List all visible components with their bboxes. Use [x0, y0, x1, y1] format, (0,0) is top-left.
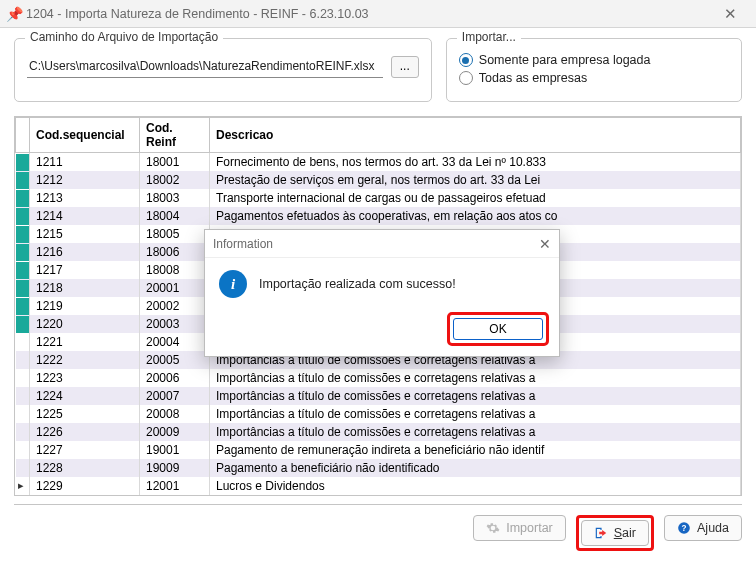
- cell-desc: Prestação de serviços em geral, nos term…: [210, 171, 741, 189]
- help-icon: ?: [677, 521, 691, 535]
- sair-button[interactable]: Sair: [581, 520, 649, 546]
- row-gutter: [16, 243, 30, 261]
- cell-seq: 1224: [30, 387, 140, 405]
- row-gutter: [16, 315, 30, 333]
- row-gutter: [16, 459, 30, 477]
- cell-reinf: 20005: [140, 351, 210, 369]
- table-header-row: Cod.sequencial Cod. Reinf Descricao: [16, 118, 741, 153]
- cell-seq: 1216: [30, 243, 140, 261]
- svg-text:?: ?: [682, 524, 687, 533]
- row-gutter: [16, 387, 30, 405]
- fieldset-import-scope: Importar... Somente para empresa logada …: [446, 38, 742, 102]
- table-row[interactable]: 122520008Importâncias a título de comiss…: [16, 405, 741, 423]
- cell-reinf: 12001: [140, 477, 210, 495]
- row-gutter: [16, 351, 30, 369]
- cell-desc: Importâncias a título de comissões e cor…: [210, 405, 741, 423]
- table-row[interactable]: 121118001Fornecimento de bens, nos termo…: [16, 153, 741, 172]
- table-row[interactable]: 122420007Importâncias a título de comiss…: [16, 387, 741, 405]
- row-gutter: [16, 297, 30, 315]
- cell-desc: Pagamento de remuneração indireta a bene…: [210, 441, 741, 459]
- top-options-row: Caminho do Arquivo de Importação ... Imp…: [14, 38, 742, 102]
- pin-icon: 📌: [6, 6, 22, 22]
- cell-seq: 1221: [30, 333, 140, 351]
- table-header-reinf[interactable]: Cod. Reinf: [140, 118, 210, 153]
- dialog-close-button[interactable]: ✕: [539, 236, 551, 252]
- table-row[interactable]: 122620009Importâncias a título de comiss…: [16, 423, 741, 441]
- row-gutter: [16, 153, 30, 172]
- button-label: Sair: [614, 526, 636, 540]
- row-gutter: [16, 441, 30, 459]
- cell-seq: 1211: [30, 153, 140, 172]
- row-gutter: [16, 333, 30, 351]
- cell-seq: 1213: [30, 189, 140, 207]
- gear-icon: [486, 521, 500, 535]
- window-titlebar: 📌 1204 - Importa Natureza de Rendimento …: [0, 0, 756, 28]
- cell-desc: Importâncias a título de comissões e cor…: [210, 387, 741, 405]
- import-path-input[interactable]: [27, 55, 383, 78]
- cell-seq: 1215: [30, 225, 140, 243]
- cell-desc: Importâncias a título de comissões e cor…: [210, 369, 741, 387]
- cell-reinf: 18002: [140, 171, 210, 189]
- table-header-desc[interactable]: Descricao: [210, 118, 741, 153]
- cell-desc: Fornecimento de bens, nos termos do art.…: [210, 153, 741, 172]
- cell-reinf: 20004: [140, 333, 210, 351]
- row-gutter: [16, 189, 30, 207]
- cell-reinf: 20007: [140, 387, 210, 405]
- cell-reinf: 18004: [140, 207, 210, 225]
- importar-button[interactable]: Importar: [473, 515, 566, 541]
- row-gutter: [16, 369, 30, 387]
- table-row[interactable]: 122912001Lucros e Dividendos: [16, 477, 741, 495]
- cell-reinf: 20001: [140, 279, 210, 297]
- information-dialog: Information ✕ i Importação realizada com…: [204, 229, 560, 357]
- cell-seq: 1218: [30, 279, 140, 297]
- radio-icon: [459, 71, 473, 85]
- row-gutter: [16, 423, 30, 441]
- cell-reinf: 18005: [140, 225, 210, 243]
- cell-seq: 1229: [30, 477, 140, 495]
- cell-desc: Importâncias a título de comissões e cor…: [210, 423, 741, 441]
- ajuda-button[interactable]: ? Ajuda: [664, 515, 742, 541]
- cell-seq: 1219: [30, 297, 140, 315]
- info-icon: i: [219, 270, 247, 298]
- cell-seq: 1212: [30, 171, 140, 189]
- sair-highlight: Sair: [576, 515, 654, 551]
- row-gutter: [16, 405, 30, 423]
- cell-seq: 1223: [30, 369, 140, 387]
- cell-seq: 1226: [30, 423, 140, 441]
- table-header-seq[interactable]: Cod.sequencial: [30, 118, 140, 153]
- row-gutter: [16, 279, 30, 297]
- cell-desc: Pagamento a beneficiário não identificad…: [210, 459, 741, 477]
- table-row[interactable]: 122819009Pagamento a beneficiário não id…: [16, 459, 741, 477]
- cell-seq: 1227: [30, 441, 140, 459]
- cell-reinf: 20009: [140, 423, 210, 441]
- fieldset-path-legend: Caminho do Arquivo de Importação: [25, 30, 223, 44]
- table-header-gutter: [16, 118, 30, 153]
- cell-seq: 1225: [30, 405, 140, 423]
- radio-all-companies[interactable]: Todas as empresas: [459, 71, 729, 85]
- radio-icon: [459, 53, 473, 67]
- cell-reinf: 20008: [140, 405, 210, 423]
- table-row[interactable]: 121318003Transporte internacional de car…: [16, 189, 741, 207]
- dialog-message: Importação realizada com sucesso!: [259, 277, 456, 291]
- ok-button[interactable]: OK: [453, 318, 543, 340]
- dialog-title: Information: [213, 237, 539, 251]
- cell-desc: Transporte internacional de cargas ou de…: [210, 189, 741, 207]
- browse-button[interactable]: ...: [391, 56, 419, 78]
- table-row[interactable]: 122320006Importâncias a título de comiss…: [16, 369, 741, 387]
- exit-icon: [594, 526, 608, 540]
- radio-logged-company[interactable]: Somente para empresa logada: [459, 53, 729, 67]
- table-row[interactable]: 122719001Pagamento de remuneração indire…: [16, 441, 741, 459]
- cell-seq: 1228: [30, 459, 140, 477]
- cell-desc: Pagamentos efetuados às cooperativas, em…: [210, 207, 741, 225]
- row-gutter: [16, 477, 30, 495]
- fieldset-import-legend: Importar...: [457, 30, 521, 44]
- row-gutter: [16, 225, 30, 243]
- radio-label: Todas as empresas: [479, 71, 587, 85]
- table-row[interactable]: 121218002Prestação de serviços em geral,…: [16, 171, 741, 189]
- row-gutter: [16, 171, 30, 189]
- cell-seq: 1220: [30, 315, 140, 333]
- cell-desc: Lucros e Dividendos: [210, 477, 741, 495]
- window-close-button[interactable]: ✕: [710, 5, 750, 23]
- cell-reinf: 19001: [140, 441, 210, 459]
- table-row[interactable]: 121418004Pagamentos efetuados às coopera…: [16, 207, 741, 225]
